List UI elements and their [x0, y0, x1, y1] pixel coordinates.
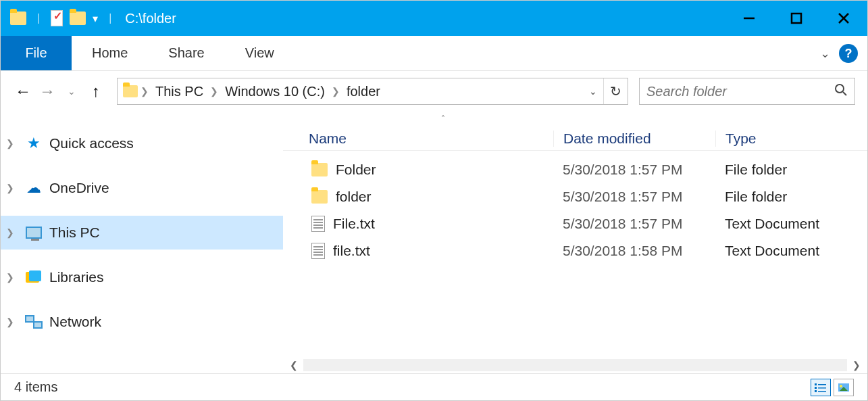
refresh-button[interactable]: ↻	[603, 78, 628, 104]
breadcrumb-folder[interactable]: folder	[342, 84, 384, 99]
crumb-sep-icon[interactable]: ❯	[329, 86, 342, 97]
file-name: Folder	[336, 162, 376, 178]
search-box[interactable]	[639, 78, 855, 105]
file-type: Text Document	[715, 243, 867, 259]
svg-rect-10	[815, 390, 817, 392]
navigation-row: ← → ⌄ ↑ ❯ This PC ❯ Windows 10 (C:) ❯ fo…	[1, 71, 867, 112]
svg-rect-6	[815, 383, 817, 385]
close-button[interactable]	[820, 1, 867, 36]
address-history-dropdown[interactable]: ⌄	[583, 86, 603, 97]
qat-separator-2: |	[105, 12, 116, 24]
chevron-right-icon[interactable]: ❯	[6, 316, 18, 327]
navigation-pane: ❯★Quick access❯☁OneDrive❯This PC❯Librari…	[1, 112, 283, 373]
address-folder-icon	[123, 85, 138, 97]
crumb-sep-icon[interactable]: ❯	[207, 86, 221, 97]
file-date: 5/30/2018 1:57 PM	[553, 189, 715, 205]
qat-properties-button[interactable]	[51, 10, 63, 26]
file-list-pane: ˄ Name Date modified Type Folder5/30/201…	[283, 112, 867, 373]
search-icon[interactable]	[834, 83, 848, 100]
large-icons-view-button[interactable]	[834, 379, 854, 396]
nav-item-this-pc[interactable]: ❯This PC	[1, 216, 283, 250]
file-type: File folder	[715, 189, 867, 205]
title-bar: | ▾ | C:\folder	[1, 1, 867, 36]
horizontal-scrollbar[interactable]: ❮ ❯	[283, 357, 867, 373]
file-row[interactable]: Folder5/30/2018 1:57 PMFile folder	[283, 156, 867, 183]
file-name: file.txt	[333, 243, 370, 259]
nav-item-quick-access[interactable]: ❯★Quick access	[1, 126, 283, 160]
svg-point-4	[836, 85, 844, 93]
nav-item-onedrive[interactable]: ❯☁OneDrive	[1, 171, 283, 205]
text-file-icon	[311, 216, 325, 232]
up-button[interactable]: ↑	[86, 81, 106, 101]
sort-indicator: ˄	[283, 112, 867, 126]
status-bar: 4 items	[1, 373, 867, 400]
breadcrumb-this-pc[interactable]: This PC	[151, 84, 207, 99]
maximize-button[interactable]	[773, 1, 820, 36]
qat-separator: |	[33, 12, 44, 24]
file-row[interactable]: file.txt5/30/2018 1:58 PMText Document	[283, 237, 867, 264]
cloud-icon: ☁	[25, 181, 43, 195]
svg-line-5	[843, 92, 846, 95]
file-type: File folder	[715, 162, 867, 178]
folder-icon	[311, 190, 328, 204]
recent-locations-dropdown[interactable]: ⌄	[61, 81, 82, 101]
breadcrumb-drive[interactable]: Windows 10 (C:)	[221, 84, 329, 99]
nav-item-label: Quick access	[49, 135, 134, 151]
column-header-name[interactable]: Name	[283, 131, 553, 147]
nav-item-libraries[interactable]: ❯Libraries	[1, 260, 283, 294]
file-tab[interactable]: File	[1, 36, 72, 70]
text-file-icon	[311, 243, 325, 259]
window-title: C:\folder	[125, 11, 176, 26]
chevron-right-icon[interactable]: ❯	[6, 272, 18, 283]
file-name: folder	[336, 189, 372, 205]
ribbon-toggle-button[interactable]: ⌄	[813, 36, 836, 70]
nav-item-label: This PC	[49, 225, 100, 241]
nav-item-label: OneDrive	[49, 180, 109, 196]
minimize-button[interactable]	[725, 1, 773, 36]
svg-rect-1	[792, 14, 801, 23]
svg-point-13	[840, 385, 842, 387]
details-view-button[interactable]	[811, 379, 831, 396]
scroll-right-icon[interactable]: ❯	[850, 360, 863, 371]
nav-item-network[interactable]: ❯Network	[1, 305, 283, 339]
status-item-count: 4 items	[14, 379, 57, 395]
ribbon: File Home Share View ⌄ ?	[1, 36, 867, 71]
file-type: Text Document	[715, 216, 867, 232]
nav-item-label: Network	[49, 314, 101, 330]
column-header-type[interactable]: Type	[715, 131, 867, 147]
sort-asc-icon: ˄	[441, 114, 445, 124]
file-name: File.txt	[333, 216, 375, 232]
svg-rect-8	[815, 387, 817, 389]
chevron-right-icon[interactable]: ❯	[6, 138, 18, 149]
chevron-right-icon[interactable]: ❯	[6, 183, 18, 193]
address-bar[interactable]: ❯ This PC ❯ Windows 10 (C:) ❯ folder ⌄ ↻	[117, 78, 628, 105]
file-date: 5/30/2018 1:57 PM	[553, 162, 715, 178]
app-icon	[10, 11, 26, 25]
tab-view[interactable]: View	[225, 36, 295, 70]
folder-icon	[311, 163, 328, 176]
tab-home[interactable]: Home	[72, 36, 148, 70]
crumb-sep-icon: ❯	[138, 86, 151, 97]
svg-rect-7	[818, 384, 826, 385]
qat-newfolder-button[interactable]	[70, 11, 86, 25]
tab-share[interactable]: Share	[148, 36, 224, 70]
help-button[interactable]: ?	[839, 44, 858, 63]
column-headers: Name Date modified Type	[283, 126, 867, 151]
network-icon	[25, 314, 43, 329]
file-date: 5/30/2018 1:57 PM	[553, 216, 715, 232]
search-input[interactable]	[646, 84, 834, 99]
forward-button[interactable]: →	[37, 81, 57, 101]
back-button[interactable]: ←	[13, 81, 33, 101]
file-date: 5/30/2018 1:58 PM	[553, 243, 715, 259]
libraries-icon	[25, 270, 43, 285]
scroll-track[interactable]	[303, 359, 847, 371]
column-header-date[interactable]: Date modified	[553, 131, 715, 147]
qat-customize-dropdown[interactable]: ▾	[93, 12, 98, 25]
monitor-icon	[25, 225, 43, 240]
scroll-left-icon[interactable]: ❮	[287, 360, 301, 371]
svg-rect-11	[818, 391, 826, 392]
chevron-right-icon[interactable]: ❯	[6, 227, 18, 238]
file-row[interactable]: File.txt5/30/2018 1:57 PMText Document	[283, 210, 867, 237]
file-row[interactable]: folder5/30/2018 1:57 PMFile folder	[283, 183, 867, 210]
star-icon: ★	[25, 136, 43, 151]
